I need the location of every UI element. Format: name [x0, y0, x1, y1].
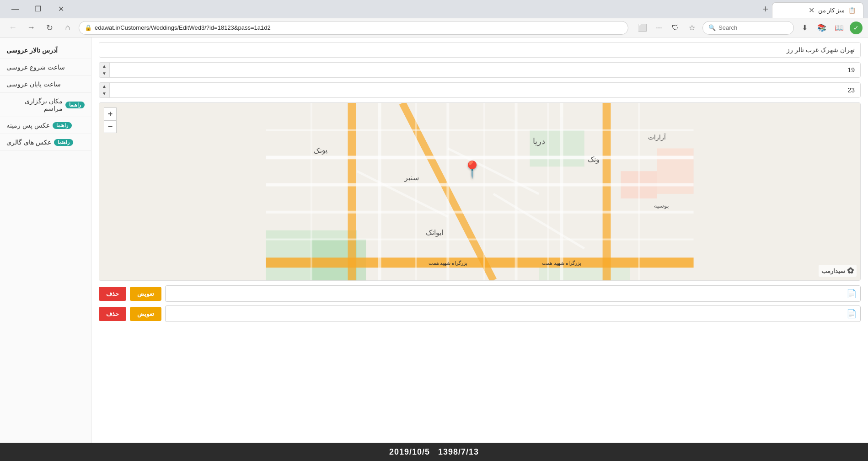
watermark-text: سیدارمب — [821, 268, 845, 274]
active-tab[interactable]: 📋 میز کار من ✕ — [772, 2, 863, 18]
map-roads: پونک ایوانک سنبر دریا ونک آرارات بوسیه ب… — [99, 103, 860, 280]
svg-text:بزرگراه شهید همت: بزرگراه شهید همت — [542, 260, 581, 266]
main-content: ▲ ▼ ▲ ▼ — [91, 38, 868, 461]
svg-text:بزرگراه شهید همت: بزرگراه شهید همت — [429, 260, 467, 266]
status-bar: 2019/10/5 1398/7/13 — [0, 443, 868, 461]
tab-title: میز کار من — [818, 7, 845, 14]
minimize-button[interactable]: — — [5, 2, 26, 16]
sidebar-item-bg-label: عکس پس زمینه — [6, 122, 50, 129]
sidebar-item-background-image: راهنما عکس پس زمینه — [0, 117, 91, 134]
tab-close-button[interactable]: ✕ — [809, 7, 814, 14]
sidebar-item-address-label: آدرس تالار عروسی — [6, 47, 58, 54]
file-icon-background: 📄 — [847, 289, 857, 299]
maximize-button[interactable]: ❐ — [27, 2, 48, 16]
search-box[interactable]: 🔍 — [702, 21, 794, 35]
search-icon: 🔍 — [708, 24, 716, 31]
sidebar-item-gallery-badge: راهنما — [54, 139, 73, 146]
file-icon-gallery: 📄 — [847, 309, 857, 319]
sidebar-item-venue-label: مکان برگزاری مراسم — [6, 97, 63, 112]
search-input[interactable] — [718, 24, 795, 31]
end-hour-input[interactable] — [110, 83, 860, 97]
end-hour-spinner: ▲ ▼ — [99, 83, 110, 97]
download-button[interactable]: ⬇ — [798, 21, 811, 35]
extensions-button[interactable]: ⬜ — [636, 21, 649, 35]
svg-text:ایوانک: ایوانک — [426, 229, 443, 237]
map-zoom-out-button[interactable]: − — [104, 120, 117, 133]
url-text: edawat.ir/Customers/Weddings/EditWed3/?i… — [95, 24, 622, 31]
map-container[interactable]: پونک ایوانک سنبر دریا ونک آرارات بوسیه ب… — [99, 102, 861, 281]
map-watermark: ✿ سیدارمب — [819, 265, 857, 277]
sidebar-item-gallery-images: راهنما عکس های گالری — [0, 134, 91, 151]
sidebar-item-end-time: ساعت پایان عروسی — [0, 76, 91, 93]
reading-list-button[interactable]: 📖 — [832, 21, 846, 35]
address-bar[interactable]: 🔒 edawat.ir/Customers/Weddings/EditWed3/… — [79, 21, 628, 35]
browser-chrome: 📋 میز کار من ✕ + — ❐ ✕ — [0, 0, 868, 18]
tab-bar: 📋 میز کار من ✕ + — [759, 0, 863, 18]
close-button[interactable]: ✕ — [50, 2, 71, 16]
svg-rect-5 — [657, 148, 694, 193]
new-tab-button[interactable]: + — [759, 3, 772, 15]
sidebar-item-gallery-label: عکس های گالری — [6, 139, 51, 146]
back-button[interactable]: ← — [5, 21, 20, 35]
map-zoom-in-button[interactable]: + — [104, 107, 117, 120]
address-field-row — [99, 42, 861, 58]
sidebar-item-address: آدرس تالار عروسی — [0, 42, 91, 59]
star-button[interactable]: ☆ — [685, 21, 699, 35]
svg-text:ونک: ونک — [588, 155, 600, 164]
map-background: پونک ایوانک سنبر دریا ونک آرارات بوسیه ب… — [99, 103, 860, 280]
svg-rect-3 — [530, 130, 584, 167]
status-persian-date: 1398/7/13 — [438, 447, 479, 457]
end-hour-field-row: ▲ ▼ — [99, 82, 861, 98]
svg-text:بوسیه: بوسیه — [654, 202, 669, 209]
tab-favicon: 📋 — [848, 7, 856, 14]
refresh-button[interactable]: ↻ — [42, 21, 57, 35]
background-replace-button[interactable]: تعویض — [130, 287, 161, 301]
end-hour-down-button[interactable]: ▼ — [99, 90, 109, 97]
background-image-upload-row: 📄 تعویض حذف — [99, 285, 861, 302]
start-hour-spinner: ▲ ▼ — [99, 63, 110, 77]
address-input[interactable] — [99, 43, 860, 57]
page-container: ▲ ▼ ▲ ▼ — [0, 38, 868, 461]
start-hour-field-row: ▲ ▼ — [99, 62, 861, 78]
home-button[interactable]: ⌂ — [60, 21, 75, 35]
gallery-file-input[interactable]: 📄 — [165, 306, 861, 322]
svg-rect-6 — [539, 267, 630, 280]
background-delete-button[interactable]: حذف — [99, 287, 126, 301]
profile-avatar[interactable]: ✓ — [850, 21, 863, 34]
sidebar-item-start-time: ساعت شروع عروسی — [0, 59, 91, 76]
sidebar-item-venue: راهنما مکان برگزاری مراسم — [0, 93, 91, 117]
status-gregorian-date: 2019/10/5 — [389, 447, 430, 457]
svg-text:سنبر: سنبر — [404, 174, 419, 182]
end-hour-up-button[interactable]: ▲ — [99, 83, 109, 90]
bookmarks-button[interactable]: 📚 — [815, 21, 829, 35]
gallery-replace-button[interactable]: تعویض — [130, 307, 161, 321]
svg-text:آرارات: آرارات — [648, 133, 666, 141]
menu-button[interactable]: ··· — [652, 21, 666, 35]
sidebar-item-start-time-label: ساعت شروع عروسی — [6, 64, 65, 71]
forward-button[interactable]: → — [24, 21, 38, 35]
gallery-image-upload-row: 📄 تعویض حذف — [99, 306, 861, 322]
start-hour-input[interactable] — [110, 63, 860, 77]
map-pin: 📍 — [462, 160, 482, 179]
start-hour-up-button[interactable]: ▲ — [99, 63, 109, 70]
sidebar-item-venue-badge: راهنما — [65, 102, 85, 108]
background-file-input[interactable]: 📄 — [165, 285, 861, 302]
shield-button[interactable]: 🛡 — [669, 21, 682, 35]
lock-icon: 🔒 — [85, 24, 92, 31]
map-controls: + − — [104, 107, 117, 133]
sidebar: آدرس تالار عروسی ساعت شروع عروسی ساعت پا… — [0, 38, 91, 461]
svg-text:دریا: دریا — [533, 137, 545, 146]
sidebar-item-bg-badge: راهنما — [53, 122, 72, 129]
nav-icons: ⬜ ··· 🛡 ☆ — [636, 21, 699, 35]
navigation-bar: ← → ↻ ⌂ 🔒 edawat.ir/Customers/Weddings/E… — [0, 18, 868, 38]
watermark-logo-icon: ✿ — [847, 266, 854, 276]
window-controls: — ❐ ✕ — [5, 2, 71, 16]
gallery-delete-button[interactable]: حذف — [99, 307, 126, 321]
start-hour-down-button[interactable]: ▼ — [99, 70, 109, 77]
sidebar-item-end-time-label: ساعت پایان عروسی — [6, 80, 61, 88]
